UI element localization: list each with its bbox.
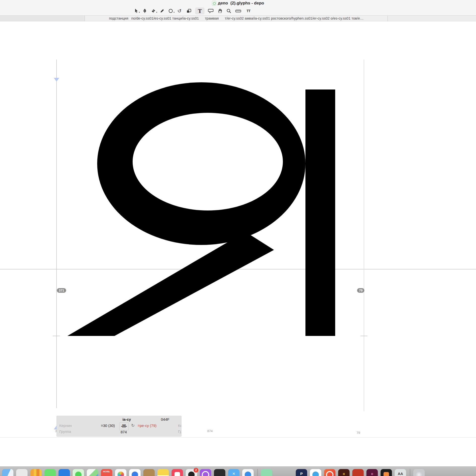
podcasts-glyph bbox=[202, 471, 209, 476]
settings-dark-glyph bbox=[188, 472, 195, 476]
dock-podcasts-icon[interactable] bbox=[200, 469, 211, 476]
right-arrow-icon: ▸ bbox=[126, 425, 127, 427]
dock-maps-icon[interactable] bbox=[87, 469, 98, 476]
dropdown-caret-icon: ▾ bbox=[156, 11, 157, 13]
dock-podcasts-chart-icon[interactable] bbox=[30, 469, 42, 476]
glyph-info-panel: ia-cy 044F Кернин =30 (30) ◂H▸ ↻ =pe-cy … bbox=[57, 416, 181, 437]
dock-settings-dark-icon[interactable]: 2 bbox=[186, 469, 197, 476]
darkred-app-label: ıı bbox=[338, 472, 350, 476]
shapes-icon bbox=[186, 8, 192, 14]
dock-notes-icon[interactable] bbox=[157, 469, 169, 476]
dock-instagram-icon[interactable] bbox=[324, 469, 335, 476]
text-tool-button[interactable]: T bbox=[195, 7, 205, 14]
glyph-name: ia-cy bbox=[117, 417, 137, 421]
glyph-stem bbox=[305, 89, 335, 336]
width-field[interactable]: 874 bbox=[120, 430, 127, 434]
eraser-icon bbox=[151, 8, 156, 14]
dock-books-icon[interactable] bbox=[143, 469, 155, 476]
toolbar: ▾ ▾ ▾ ↺ T bbox=[133, 7, 252, 15]
left-kerning-field[interactable]: =30 (30) bbox=[101, 423, 115, 428]
dock-glyphs-app-icon[interactable] bbox=[261, 469, 272, 476]
edit-canvas[interactable]: 371 79 30 874 79 bbox=[0, 21, 476, 437]
metrics-handle-top-icon[interactable] bbox=[54, 78, 59, 82]
magnifier-icon bbox=[226, 8, 232, 14]
dock-tv-icon[interactable] bbox=[172, 469, 183, 476]
dock-blue-x-app-icon[interactable]: ✕ bbox=[228, 469, 239, 476]
glyph-outline-ia-cy bbox=[0, 21, 476, 437]
glyphs-app-window: { "window": { "title": "депо (2).glyphs … bbox=[0, 0, 476, 476]
hand-tool-button[interactable] bbox=[217, 7, 223, 14]
zoom-tool-button[interactable] bbox=[226, 7, 232, 14]
instagram-glyph bbox=[326, 471, 333, 476]
right-sidebearing-line[interactable] bbox=[364, 60, 364, 411]
metrics-key-widget[interactable]: ◂H▸ bbox=[119, 422, 129, 430]
dock-launchpad-icon[interactable] bbox=[16, 469, 28, 476]
next-kerning-label-clipped: Ке bbox=[178, 423, 181, 428]
dropdown-caret-icon: ▾ bbox=[174, 11, 175, 13]
tab-glyph-names: подстанция по/de-cy.ss01/es-cy.ss01 танц… bbox=[109, 16, 363, 20]
calendar-label: НОЯБ. bbox=[101, 470, 112, 473]
titlebar[interactable]: депо (2).glyphs - depo bbox=[0, 0, 476, 6]
right-sidebearing-badge[interactable]: 79 bbox=[357, 288, 364, 293]
window-title: депо (2).glyphs - depo bbox=[218, 1, 264, 6]
pencil-tool-button[interactable] bbox=[159, 7, 165, 14]
tab-active-edit[interactable]: подстанция по/de-cy.ss01/es-cy.ss01 танц… bbox=[85, 16, 388, 21]
dock-trash-icon[interactable] bbox=[413, 469, 425, 476]
dock-mail-icon[interactable] bbox=[59, 469, 70, 476]
pencil-icon bbox=[159, 8, 165, 14]
dock-divider bbox=[410, 469, 410, 476]
dock-divider bbox=[257, 469, 258, 476]
navy-p-app-label: P bbox=[296, 472, 307, 476]
right-kerning-group-field[interactable]: =pe-cy (79) bbox=[138, 423, 156, 428]
left-sidebearing-line[interactable] bbox=[56, 60, 57, 408]
blue-x-app-label: ✕ bbox=[228, 472, 239, 476]
metrics-key-letter: H bbox=[122, 424, 126, 428]
dock-darkred-app-icon[interactable]: ıı bbox=[338, 469, 350, 476]
ruler-icon bbox=[235, 8, 241, 14]
truetype-instructor-tool-button[interactable]: TT bbox=[244, 7, 252, 14]
rotate-tool-button[interactable]: ↺ bbox=[176, 7, 183, 14]
dock-fontbook-icon[interactable]: AA bbox=[395, 469, 406, 476]
tab-inactive-area[interactable] bbox=[0, 16, 85, 21]
measurement-tool-button[interactable] bbox=[234, 7, 242, 14]
dock-navy-p-app-icon[interactable]: P bbox=[296, 469, 307, 476]
glyph-leg bbox=[67, 232, 274, 336]
left-sidebearing-badge[interactable]: 371 bbox=[57, 288, 66, 293]
dock-red-app-icon[interactable] bbox=[352, 469, 364, 476]
right-bottom-tick bbox=[360, 336, 367, 336]
select-tool-button[interactable]: ▾ bbox=[133, 7, 139, 14]
dock-facetime-icon[interactable] bbox=[44, 469, 56, 476]
notification-badge: 2 bbox=[194, 468, 198, 473]
dock-finder-icon[interactable] bbox=[2, 469, 13, 476]
dock-reminders-icon[interactable] bbox=[129, 469, 141, 476]
trash-glyph bbox=[416, 472, 422, 476]
document-icon bbox=[212, 1, 216, 6]
hand-icon bbox=[217, 8, 223, 14]
refresh-kerning-icon[interactable]: ↻ bbox=[131, 423, 135, 428]
dock-dark-app-icon[interactable] bbox=[214, 469, 225, 476]
dock-telegram-icon[interactable] bbox=[310, 469, 321, 476]
photos-glyph bbox=[118, 472, 124, 476]
fontbook-label: AA bbox=[395, 472, 406, 476]
messages-glyph bbox=[75, 472, 82, 476]
dock-browser-icon[interactable] bbox=[242, 469, 254, 476]
truetype-tt-icon: TT bbox=[246, 9, 250, 13]
tab-empty-area[interactable] bbox=[388, 16, 476, 21]
window-chrome: депо (2).glyphs - depo ▾ ▾ ▾ ↺ T bbox=[0, 0, 476, 15]
pen-tool-button[interactable] bbox=[142, 7, 148, 14]
next-group-label-clipped: Гр bbox=[178, 429, 181, 434]
maroon-app-label: ıı bbox=[366, 472, 378, 476]
left-bottom-tick bbox=[53, 336, 60, 336]
primitives-tool-button[interactable]: ▾ bbox=[168, 7, 174, 14]
shapes-tool-button[interactable] bbox=[185, 7, 193, 14]
dock-maroon-app-icon[interactable]: ıı bbox=[366, 469, 378, 476]
dock-photos-icon[interactable] bbox=[115, 469, 126, 476]
dock-calendar-icon[interactable]: НОЯБ. bbox=[101, 469, 112, 476]
black-orange-app-glyph bbox=[384, 472, 389, 476]
annotation-tool-button[interactable] bbox=[207, 7, 215, 14]
erase-tool-button[interactable]: ▾ bbox=[150, 7, 157, 14]
dock-messages-icon[interactable] bbox=[73, 469, 84, 476]
right-kerning-value: 79 bbox=[357, 431, 360, 435]
dock-black-orange-app-icon[interactable] bbox=[381, 469, 392, 476]
preview-strip[interactable]: я bbox=[0, 438, 476, 467]
